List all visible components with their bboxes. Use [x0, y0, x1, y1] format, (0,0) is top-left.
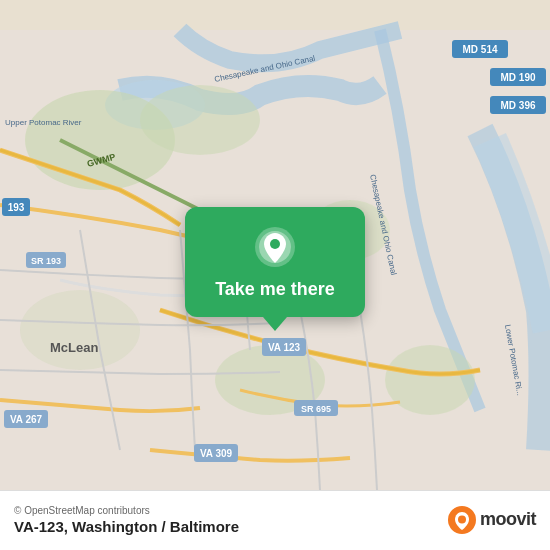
map-attribution: © OpenStreetMap contributors	[14, 505, 239, 516]
svg-point-3	[140, 85, 260, 155]
moovit-text: moovit	[480, 509, 536, 530]
bottom-info-bar: © OpenStreetMap contributors VA-123, Was…	[0, 490, 550, 550]
navigation-popup[interactable]: Take me there	[185, 207, 365, 317]
svg-text:SR 695: SR 695	[301, 404, 331, 414]
svg-text:Upper Potomac River: Upper Potomac River	[5, 118, 82, 127]
svg-text:SR 193: SR 193	[31, 256, 61, 266]
take-me-there-button[interactable]: Take me there	[215, 279, 335, 301]
svg-point-6	[20, 290, 140, 370]
svg-point-5	[385, 345, 475, 415]
location-label: VA-123, Washington / Baltimore	[14, 518, 239, 535]
svg-text:MD 396: MD 396	[500, 100, 535, 111]
svg-text:McLean: McLean	[50, 340, 98, 355]
moovit-logo-icon	[448, 506, 476, 534]
svg-text:193: 193	[8, 202, 25, 213]
location-info: © OpenStreetMap contributors VA-123, Was…	[14, 505, 239, 535]
svg-point-34	[270, 239, 280, 249]
moovit-logo[interactable]: moovit	[448, 506, 536, 534]
svg-text:MD 190: MD 190	[500, 72, 535, 83]
svg-text:MD 514: MD 514	[462, 44, 497, 55]
svg-text:VA 309: VA 309	[200, 448, 233, 459]
location-pin-icon	[253, 225, 297, 269]
svg-text:VA 267: VA 267	[10, 414, 43, 425]
svg-text:VA 123: VA 123	[268, 342, 301, 353]
map-container: MD 514 MD 190 MD 396 193 SR 193 VA 123 S…	[0, 0, 550, 550]
svg-point-36	[458, 515, 466, 523]
